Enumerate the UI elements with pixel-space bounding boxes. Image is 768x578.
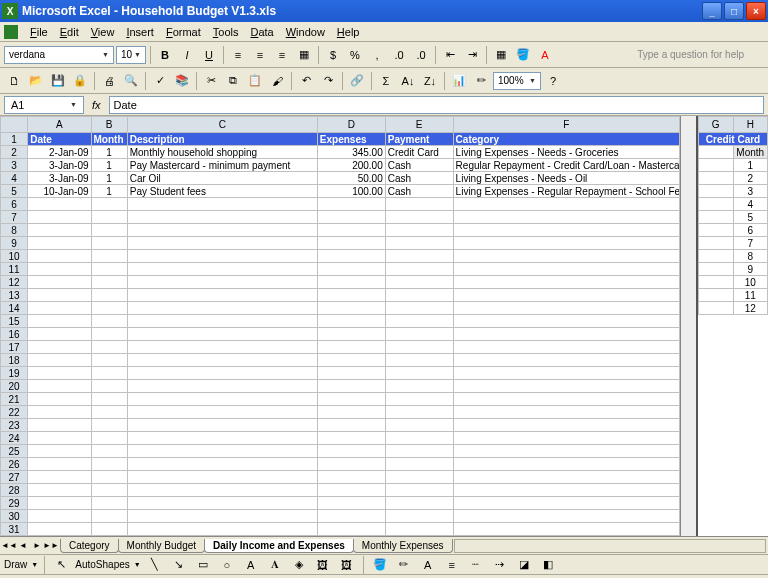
autosum-button[interactable]: Σ	[376, 71, 396, 91]
select-objects-button[interactable]: ↖	[51, 555, 71, 575]
arrow-button[interactable]: ↘	[169, 555, 189, 575]
arrow-style-button[interactable]: ⇢	[490, 555, 510, 575]
split-gutter[interactable]	[680, 116, 696, 536]
spelling-button[interactable]: ✓	[150, 71, 170, 91]
row-header[interactable]: 14	[1, 302, 28, 315]
diagram-button[interactable]: ◈	[289, 555, 309, 575]
cell[interactable]: Regular Repayment - Credit Card/Loan - M…	[453, 159, 679, 172]
row-header[interactable]: 12	[1, 276, 28, 289]
line-style-button[interactable]: ≡	[442, 555, 462, 575]
row-header[interactable]: 3	[1, 159, 28, 172]
align-right-button[interactable]: ≡	[272, 45, 292, 65]
header-cell[interactable]: Description	[127, 133, 317, 146]
print-preview-button[interactable]: 🔍	[121, 71, 141, 91]
column-header-B[interactable]: B	[91, 117, 127, 133]
row-header[interactable]: 15	[1, 315, 28, 328]
side-month-cell[interactable]: 8	[733, 250, 768, 263]
align-center-button[interactable]: ≡	[250, 45, 270, 65]
row-header[interactable]: 19	[1, 367, 28, 380]
format-painter-button[interactable]: 🖌	[267, 71, 287, 91]
main-grid[interactable]: ABCDEF 1DateMonthDescriptionExpensesPaym…	[0, 116, 680, 536]
close-button[interactable]: ×	[746, 2, 766, 20]
column-header-C[interactable]: C	[127, 117, 317, 133]
shadow-button[interactable]: ◪	[514, 555, 534, 575]
side-month-cell[interactable]: 2	[733, 172, 768, 185]
sheet-tab-category[interactable]: Category	[60, 539, 119, 553]
font-color-draw-button[interactable]: A	[418, 555, 438, 575]
paste-button[interactable]: 📋	[245, 71, 265, 91]
cell[interactable]: 100.00	[317, 185, 385, 198]
cell[interactable]: Cash	[385, 185, 453, 198]
font-color-button[interactable]: A	[535, 45, 555, 65]
increase-indent-button[interactable]: ⇥	[462, 45, 482, 65]
side-month-cell[interactable]: 6	[733, 224, 768, 237]
permission-button[interactable]: 🔒	[70, 71, 90, 91]
tab-nav-last[interactable]: ►►	[44, 539, 58, 553]
row-header[interactable]: 4	[1, 172, 28, 185]
dash-style-button[interactable]: ┈	[466, 555, 486, 575]
sheet-tab-daily-income-and-expenses[interactable]: Daily Income and Expenses	[204, 539, 354, 553]
cell[interactable]: 2-Jan-09	[28, 146, 91, 159]
bold-button[interactable]: B	[155, 45, 175, 65]
row-header[interactable]: 1	[1, 133, 28, 146]
underline-button[interactable]: U	[199, 45, 219, 65]
merge-center-button[interactable]: ▦	[294, 45, 314, 65]
row-header[interactable]: 28	[1, 484, 28, 497]
menu-format[interactable]: Format	[160, 24, 207, 40]
oval-button[interactable]: ○	[217, 555, 237, 575]
minimize-button[interactable]: _	[702, 2, 722, 20]
percent-button[interactable]: %	[345, 45, 365, 65]
row-header[interactable]: 9	[1, 237, 28, 250]
cell[interactable]: Living Expenses - Needs - Groceries	[453, 146, 679, 159]
borders-button[interactable]: ▦	[491, 45, 511, 65]
side-month-cell[interactable]: 7	[733, 237, 768, 250]
row-header[interactable]: 31	[1, 523, 28, 536]
cell[interactable]: 200.00	[317, 159, 385, 172]
column-header-H[interactable]: H	[733, 117, 768, 133]
rectangle-button[interactable]: ▭	[193, 555, 213, 575]
column-header-E[interactable]: E	[385, 117, 453, 133]
decrease-decimal-button[interactable]: .0	[411, 45, 431, 65]
cell[interactable]: Pay Mastercard - minimum payment	[127, 159, 317, 172]
line-color-button[interactable]: ✏	[394, 555, 414, 575]
row-header[interactable]: 7	[1, 211, 28, 224]
formula-bar[interactable]: Date	[109, 96, 764, 114]
row-header[interactable]: 21	[1, 393, 28, 406]
textbox-button[interactable]: A	[241, 555, 261, 575]
row-header[interactable]: 2	[1, 146, 28, 159]
drawing-button[interactable]: ✏	[471, 71, 491, 91]
cell[interactable]: Living Expenses - Regular Repayment - Sc…	[453, 185, 679, 198]
chart-wizard-button[interactable]: 📊	[449, 71, 469, 91]
clipart-button[interactable]: 🖼	[313, 555, 333, 575]
menu-window[interactable]: Window	[280, 24, 331, 40]
cell[interactable]: Pay Student fees	[127, 185, 317, 198]
3d-button[interactable]: ◧	[538, 555, 558, 575]
ask-question-box[interactable]: Type a question for help	[617, 49, 764, 60]
research-button[interactable]: 📚	[172, 71, 192, 91]
menu-edit[interactable]: Edit	[54, 24, 85, 40]
side-month-cell[interactable]: 9	[733, 263, 768, 276]
menu-view[interactable]: View	[85, 24, 121, 40]
hyperlink-button[interactable]: 🔗	[347, 71, 367, 91]
picture-button[interactable]: 🖼	[337, 555, 357, 575]
copy-button[interactable]: ⧉	[223, 71, 243, 91]
row-header[interactable]: 17	[1, 341, 28, 354]
row-header[interactable]: 32	[1, 536, 28, 537]
row-header[interactable]: 26	[1, 458, 28, 471]
row-header[interactable]: 8	[1, 224, 28, 237]
side-month-cell[interactable]: 5	[733, 211, 768, 224]
row-header[interactable]: 25	[1, 445, 28, 458]
sort-asc-button[interactable]: A↓	[398, 71, 418, 91]
row-header[interactable]: 10	[1, 250, 28, 263]
name-box[interactable]: A1▼	[4, 96, 84, 114]
cell[interactable]: 1	[91, 146, 127, 159]
side-grid[interactable]: GH Credit CardMonth123456789101112	[696, 116, 768, 536]
side-month-cell[interactable]: 1	[733, 159, 768, 172]
save-button[interactable]: 💾	[48, 71, 68, 91]
row-header[interactable]: 23	[1, 419, 28, 432]
cell[interactable]: Car Oil	[127, 172, 317, 185]
comma-button[interactable]: ,	[367, 45, 387, 65]
tab-nav-first[interactable]: ◄◄	[2, 539, 16, 553]
undo-button[interactable]: ↶	[296, 71, 316, 91]
font-name-combo[interactable]: verdana▼	[4, 46, 114, 64]
